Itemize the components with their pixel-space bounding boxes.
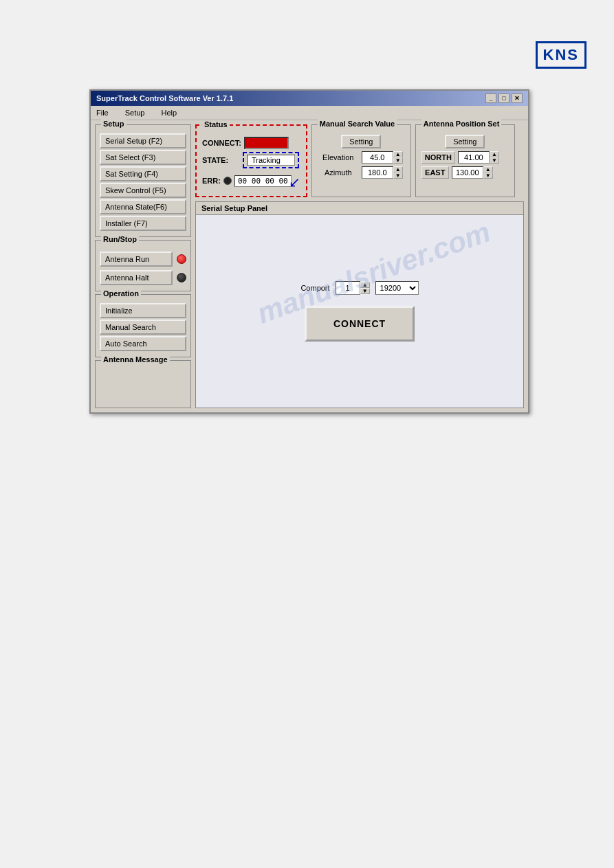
installer-button[interactable]: Installer (F7) bbox=[100, 216, 186, 231]
comport-label: Comport bbox=[300, 284, 329, 292]
connect-button[interactable]: CONNECT bbox=[305, 306, 415, 342]
state-value-box: Tracking bbox=[243, 152, 299, 168]
window-title: SuperTrack Control Software Ver 1.7.1 bbox=[96, 94, 233, 102]
east-down-button[interactable]: ▼ bbox=[483, 173, 493, 179]
antenna-position-set-group: Antenna Position Set Setting NORTH ▲ ▼ bbox=[415, 124, 515, 197]
serial-panel-content: manualsriver.com Comport ▲ ▼ 9600 bbox=[196, 215, 523, 408]
run-stop-group: Run/Stop Antenna Run Antenna Halt bbox=[95, 240, 191, 291]
east-input[interactable] bbox=[452, 166, 483, 179]
main-window: SuperTrack Control Software Ver 1.7.1 _ … bbox=[89, 89, 529, 414]
east-button[interactable]: EAST bbox=[421, 166, 449, 179]
north-spinner: ▲ ▼ bbox=[458, 151, 499, 164]
status-group: Status CONNECT: STATE: Tracking bbox=[195, 124, 307, 197]
elevation-label: Elevation bbox=[318, 153, 359, 162]
connect-row: CONNECT: bbox=[202, 137, 300, 149]
comport-spin-buttons: ▲ ▼ bbox=[360, 282, 370, 294]
serial-panel-title: Serial Setup Panel bbox=[196, 202, 523, 215]
menu-help[interactable]: Help bbox=[158, 107, 179, 118]
comport-up-button[interactable]: ▲ bbox=[360, 282, 370, 288]
auto-search-button[interactable]: Auto Search bbox=[100, 336, 186, 351]
elevation-spin-buttons: ▲ ▼ bbox=[393, 151, 403, 164]
comport-spinner: ▲ ▼ bbox=[336, 281, 370, 295]
initialize-button[interactable]: Initialize bbox=[100, 303, 186, 318]
operation-group: Operation Initialize Manual Search Auto … bbox=[95, 294, 191, 357]
state-value: Tracking bbox=[247, 155, 295, 166]
err-row: ERR: 00 00 00 00 ↙ bbox=[202, 171, 300, 190]
elevation-spinner: ▲ ▼ bbox=[362, 151, 403, 164]
connect-indicator bbox=[244, 137, 289, 149]
cursor-arrow-icon: ↙ bbox=[289, 174, 300, 190]
elevation-row: Elevation ▲ ▼ bbox=[318, 151, 405, 164]
antenna-message-label: Antenna Message bbox=[101, 355, 170, 364]
azimuth-spin-buttons: ▲ ▼ bbox=[393, 166, 403, 179]
elevation-input[interactable] bbox=[362, 151, 393, 164]
manual-search-button[interactable]: Manual Search bbox=[100, 320, 186, 335]
sat-setting-button[interactable]: Sat Setting (F4) bbox=[100, 166, 186, 181]
setup-group: Setup Serial Setup (F2) Sat Select (F3) … bbox=[95, 124, 191, 237]
north-up-button[interactable]: ▲ bbox=[490, 151, 499, 157]
antenna-run-button[interactable]: Antenna Run bbox=[100, 252, 173, 267]
antenna-message-group: Antenna Message bbox=[95, 360, 191, 408]
minimize-button[interactable]: _ bbox=[485, 93, 496, 103]
north-spin-buttons: ▲ ▼ bbox=[490, 151, 499, 164]
north-row: NORTH ▲ ▼ bbox=[421, 151, 509, 164]
antenna-state-button[interactable]: Antenna State(F6) bbox=[100, 199, 186, 214]
err-dot-icon bbox=[223, 177, 232, 185]
azimuth-down-button[interactable]: ▼ bbox=[393, 173, 403, 179]
connect-label: CONNECT: bbox=[202, 139, 241, 147]
azimuth-label: Azimuth bbox=[318, 168, 359, 177]
north-input[interactable] bbox=[458, 151, 490, 164]
left-panel: Setup Serial Setup (F2) Sat Select (F3) … bbox=[95, 124, 191, 408]
comport-down-button[interactable]: ▼ bbox=[360, 288, 370, 294]
err-label: ERR: bbox=[202, 177, 221, 185]
menu-setup[interactable]: Setup bbox=[122, 107, 148, 118]
east-up-button[interactable]: ▲ bbox=[483, 166, 493, 173]
menu-file[interactable]: File bbox=[94, 107, 111, 118]
east-row: EAST ▲ ▼ bbox=[421, 166, 509, 179]
sat-select-button[interactable]: Sat Select (F3) bbox=[100, 150, 186, 165]
close-button[interactable]: ✕ bbox=[512, 93, 523, 103]
kns-logo: KNS bbox=[536, 41, 586, 69]
north-button[interactable]: NORTH bbox=[421, 151, 455, 164]
err-value: 00 00 00 00 bbox=[234, 175, 292, 187]
elevation-down-button[interactable]: ▼ bbox=[393, 157, 403, 164]
antenna-pos-setting-button[interactable]: Setting bbox=[445, 135, 485, 148]
skew-control-button[interactable]: Skew Control (F5) bbox=[100, 183, 186, 198]
manual-search-value-label: Manual Search Value bbox=[318, 120, 397, 128]
azimuth-row: Azimuth ▲ ▼ bbox=[318, 166, 405, 179]
state-row: STATE: Tracking bbox=[202, 152, 300, 168]
azimuth-spinner: ▲ ▼ bbox=[362, 166, 403, 179]
title-bar: SuperTrack Control Software Ver 1.7.1 _ … bbox=[91, 91, 528, 106]
manual-search-value-group: Manual Search Value Setting Elevation ▲ … bbox=[311, 124, 411, 197]
east-spin-buttons: ▲ ▼ bbox=[483, 166, 493, 179]
antenna-halt-button[interactable]: Antenna Halt bbox=[100, 270, 173, 285]
run-stop-label: Run/Stop bbox=[101, 235, 139, 243]
antenna-run-row: Antenna Run bbox=[100, 252, 186, 267]
serial-setup-panel: Serial Setup Panel manualsriver.com Comp… bbox=[195, 201, 524, 408]
run-indicator-icon bbox=[177, 254, 186, 264]
serial-setup-button[interactable]: Serial Setup (F2) bbox=[100, 133, 186, 148]
status-group-label: Status bbox=[202, 120, 230, 129]
east-spinner: ▲ ▼ bbox=[452, 166, 493, 179]
maximize-button[interactable]: □ bbox=[498, 93, 509, 103]
elevation-up-button[interactable]: ▲ bbox=[393, 151, 403, 157]
main-content: Setup Serial Setup (F2) Sat Select (F3) … bbox=[91, 120, 528, 412]
manual-search-setting-button[interactable]: Setting bbox=[341, 135, 381, 148]
setup-group-label: Setup bbox=[101, 120, 127, 128]
state-label: STATE: bbox=[202, 156, 240, 164]
comport-input[interactable] bbox=[336, 281, 360, 295]
comport-row: Comport ▲ ▼ 9600 19200 38400 bbox=[300, 281, 418, 295]
north-down-button[interactable]: ▼ bbox=[490, 157, 499, 164]
azimuth-input[interactable] bbox=[362, 166, 393, 179]
antenna-position-set-label: Antenna Position Set bbox=[421, 120, 502, 128]
top-row: Status CONNECT: STATE: Tracking bbox=[195, 124, 524, 197]
baud-rate-select[interactable]: 9600 19200 38400 57600 115200 bbox=[375, 281, 419, 295]
right-panel: Status CONNECT: STATE: Tracking bbox=[195, 124, 524, 408]
antenna-halt-row: Antenna Halt bbox=[100, 270, 186, 285]
operation-group-label: Operation bbox=[101, 289, 141, 298]
title-bar-controls: _ □ ✕ bbox=[485, 93, 523, 103]
halt-indicator-icon bbox=[177, 273, 186, 282]
menu-bar: File Setup Help bbox=[91, 106, 528, 120]
azimuth-up-button[interactable]: ▲ bbox=[393, 166, 403, 173]
